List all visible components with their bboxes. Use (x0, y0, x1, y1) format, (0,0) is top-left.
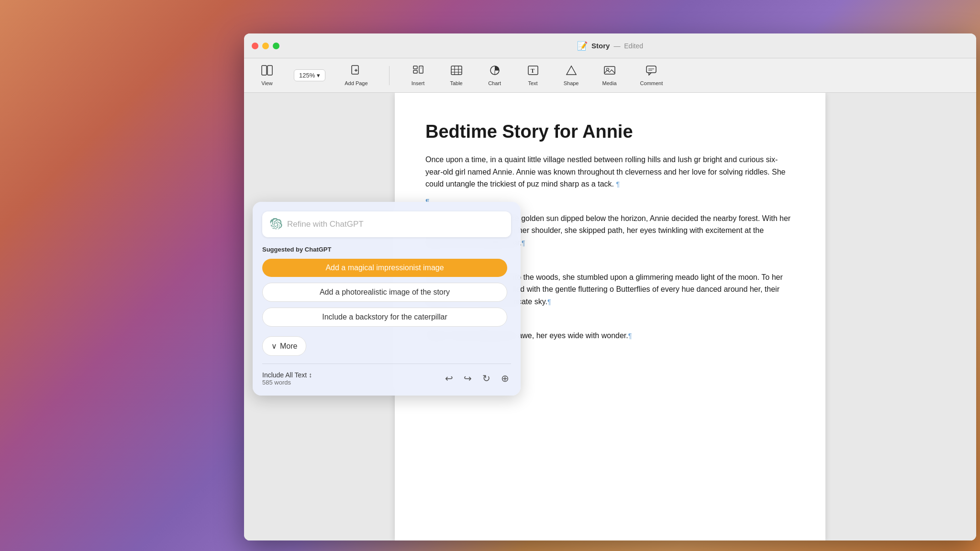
document-title: Bedtime Story for Annie (425, 121, 795, 142)
word-count: 585 words (262, 379, 312, 386)
toolbar-insert[interactable]: Insert (407, 62, 430, 89)
toolbar-view[interactable]: View (256, 62, 278, 89)
shape-icon (566, 65, 577, 78)
toolbar-view-label: View (261, 80, 273, 86)
insert-icon (412, 65, 424, 78)
document-area[interactable]: Bedtime Story for Annie Once upon a time… (244, 93, 976, 540)
add-button[interactable]: ⊕ (499, 371, 511, 386)
app-window: 📝 Story — Edited View 125 (244, 33, 976, 540)
footer-actions: ↩ ↪ ↻ ⊕ (443, 371, 511, 386)
toolbar-chart[interactable]: Chart (483, 62, 506, 89)
redo-button[interactable]: ↪ (462, 371, 474, 386)
toolbar: View 125% ▾ Add Page (244, 58, 976, 93)
svg-marker-17 (567, 66, 576, 75)
svg-rect-0 (262, 66, 267, 75)
toolbar-text[interactable]: T Text (522, 62, 545, 89)
svg-rect-20 (646, 66, 656, 73)
chatgpt-logo-icon (270, 218, 282, 231)
toolbar-insert-label: Insert (412, 80, 425, 86)
svg-rect-9 (451, 66, 462, 75)
svg-rect-6 (413, 70, 417, 73)
titlebar-center: 📝 Story — Edited (577, 41, 643, 51)
minimize-button[interactable] (262, 43, 269, 49)
desktop: 📝 Story — Edited View 125 (0, 0, 980, 551)
refresh-button[interactable]: ↻ (480, 371, 492, 386)
toolbar-table-label: Table (450, 80, 462, 86)
maximize-button[interactable] (273, 43, 279, 49)
close-button[interactable] (252, 43, 258, 49)
window-title: Story (591, 42, 610, 50)
suggestion-button-1[interactable]: Add a magical impressionist image (262, 259, 507, 277)
toolbar-media[interactable]: Media (598, 62, 621, 89)
paragraph-1: Once upon a time, in a quaint little vil… (425, 154, 795, 190)
toolbar-media-label: Media (602, 80, 617, 86)
window-controls (252, 43, 279, 49)
chatgpt-input-placeholder[interactable]: Refine with ChatGPT (287, 220, 503, 229)
paragraph-mark-2: ¶ (522, 239, 525, 247)
table-icon (451, 65, 462, 78)
toolbar-add-page-label: Add Page (345, 80, 368, 86)
chatgpt-input-area[interactable]: Refine with ChatGPT (262, 211, 511, 237)
window-subtitle: — Edited (613, 42, 643, 50)
svg-rect-5 (413, 66, 417, 69)
text-icon: T (527, 65, 539, 78)
suggestion-button-3[interactable]: Include a backstory for the caterpillar (262, 308, 507, 327)
toolbar-chart-label: Chart (488, 80, 501, 86)
toolbar-zoom[interactable]: 125% ▾ (294, 69, 325, 81)
add-page-icon (351, 65, 361, 78)
svg-rect-7 (419, 66, 423, 73)
paragraph-mark-4: ¶ (628, 332, 632, 340)
svg-rect-18 (604, 66, 615, 74)
svg-text:T: T (531, 67, 535, 74)
toolbar-text-label: Text (528, 80, 537, 86)
comment-icon (646, 65, 657, 78)
toolbar-shape[interactable]: Shape (560, 62, 583, 89)
include-text[interactable]: Include All Text ↕ (262, 371, 312, 379)
toolbar-comment[interactable]: Comment (636, 62, 667, 89)
include-chevron-icon: ↕ (309, 371, 312, 379)
more-label: More (280, 342, 297, 351)
svg-rect-1 (267, 66, 272, 75)
toolbar-divider-1 (389, 66, 390, 85)
svg-rect-2 (352, 66, 358, 74)
chatgpt-panel: Refine with ChatGPT Suggested by ChatGPT… (253, 202, 521, 396)
document-icon: 📝 (577, 41, 588, 51)
view-icon (261, 65, 273, 78)
more-chevron-icon: ∨ (271, 342, 277, 351)
undo-button[interactable]: ↩ (443, 371, 455, 386)
suggestions-container: Add a magical impressionist image Add a … (262, 259, 511, 331)
paragraph-mark-3: ¶ (547, 298, 551, 306)
suggested-label: Suggested by ChatGPT (262, 246, 511, 253)
titlebar: 📝 Story — Edited (244, 33, 976, 58)
panel-footer: Include All Text ↕ 585 words ↩ ↪ ↻ ⊕ (262, 364, 511, 386)
paragraph-mark-1: ¶ (616, 180, 620, 188)
zoom-value: 125% (299, 72, 315, 79)
toolbar-comment-label: Comment (640, 80, 663, 86)
toolbar-shape-label: Shape (564, 80, 579, 86)
more-button[interactable]: ∨ More (262, 336, 306, 356)
footer-left: Include All Text ↕ 585 words (262, 371, 312, 386)
svg-point-19 (606, 68, 609, 70)
toolbar-add-page[interactable]: Add Page (341, 62, 371, 89)
suggestion-button-2[interactable]: Add a photorealistic image of the story (262, 283, 507, 302)
more-container: ∨ More (262, 336, 511, 356)
toolbar-table[interactable]: Table (445, 62, 468, 89)
media-icon (604, 65, 615, 78)
chart-icon (489, 65, 501, 78)
zoom-chevron-icon: ▾ (317, 72, 320, 79)
